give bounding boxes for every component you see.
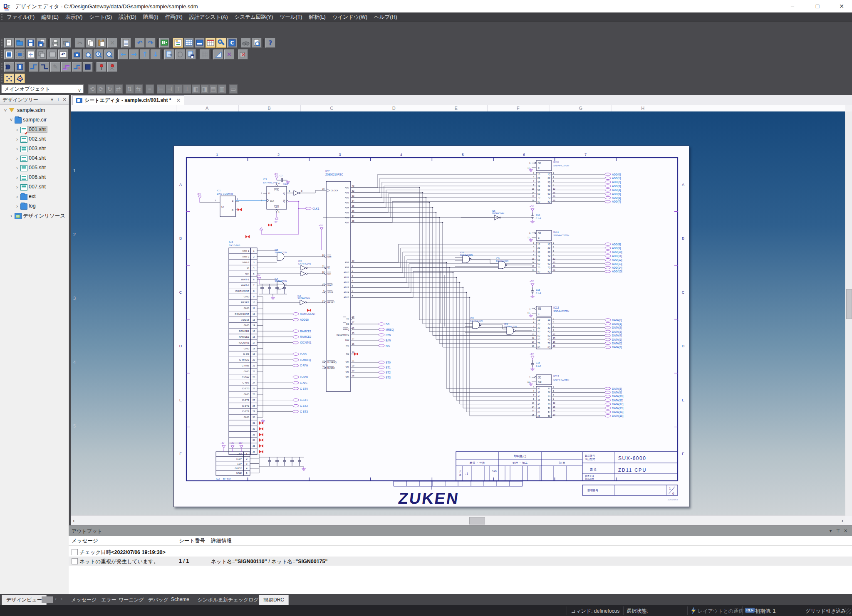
tab-close-icon[interactable]: ✕ <box>176 97 181 104</box>
tree-expander-icon[interactable]: › <box>15 175 19 181</box>
object-select-combo[interactable]: メインオブジェクト ∨ <box>1 84 84 93</box>
draw-bus-button[interactable] <box>61 62 71 72</box>
tree-expander-icon[interactable]: › <box>15 165 19 171</box>
grid-snap-settings-button[interactable] <box>15 74 25 84</box>
help-button[interactable]: ? <box>265 38 275 48</box>
redo-button[interactable]: ↷ <box>146 38 156 48</box>
undo-button[interactable]: ↶ <box>135 38 145 48</box>
snapshot-button[interactable] <box>72 49 82 59</box>
save-button[interactable] <box>26 38 36 48</box>
new-file-button[interactable] <box>4 38 14 48</box>
tab--[interactable]: メッセージ <box>71 596 97 604</box>
tree-expander-icon[interactable]: › <box>15 203 19 209</box>
find-button[interactable] <box>241 38 251 48</box>
sheet-editor-tab[interactable]: シートエディタ - sample.cir/001.sht * ✕ <box>72 95 184 105</box>
schematic-sheet[interactable]: 1234567AABBCCDDEEFFIC7Z0800210PSC30CLOCK… <box>173 146 689 507</box>
tree-item-log[interactable]: ›log <box>0 202 69 211</box>
tree-item-001-sht[interactable]: ›001.sht <box>0 125 69 135</box>
zoom-out-button[interactable]: − <box>104 49 114 59</box>
next-sheet-button[interactable]: → <box>164 49 174 59</box>
tree-expander-icon[interactable]: ˅ <box>3 108 7 114</box>
parts-list-button[interactable] <box>184 38 194 48</box>
tab-easy-drc[interactable]: 簡易DRC <box>259 595 289 605</box>
tree-expander-icon[interactable]: › <box>15 146 19 152</box>
schematic-canvas[interactable]: 123456 1234567AABBCCDDEEFFIC7Z0800210PSC… <box>71 111 845 516</box>
panel-close-icon[interactable]: ✕ <box>62 96 67 102</box>
tree-item-006-sht[interactable]: ›006.sht <box>0 173 69 183</box>
close-button[interactable]: ✕ <box>832 0 851 12</box>
checkbox[interactable] <box>72 558 78 564</box>
menu-f[interactable]: ファイル(F) <box>3 12 38 22</box>
menu-y[interactable]: システム回路(Y) <box>231 12 277 22</box>
tree-expander-icon[interactable]: › <box>15 136 19 142</box>
tree-expander-icon[interactable]: › <box>15 156 19 161</box>
tree-item-007-sht[interactable]: ›007.sht <box>0 183 69 192</box>
place-pin-button[interactable] <box>97 62 106 72</box>
tab--[interactable]: シンボル更新チェックログ <box>198 596 259 604</box>
tree-item-sample-cir[interactable]: ˅sample.cir <box>0 116 69 125</box>
tab-design-view[interactable]: デザインビュー <box>2 595 47 605</box>
zoom-extents-button[interactable]: ✛ <box>26 49 36 59</box>
overlap-windows-button[interactable] <box>37 49 47 59</box>
menu-d[interactable]: 設計(D) <box>115 12 139 22</box>
menu-l[interactable]: 解析(L) <box>306 12 329 22</box>
menu-e[interactable]: 編集(E) <box>38 12 62 22</box>
tree-item-ext[interactable]: ›ext <box>0 192 69 202</box>
menu-i[interactable]: 階層(I) <box>140 12 162 22</box>
delete-measure-button[interactable]: ✕ <box>224 49 234 59</box>
tab-scroll-right-icon[interactable]: › <box>61 596 62 602</box>
panel-close-icon[interactable]: ✕ <box>842 528 849 534</box>
design-tree-toggle-button[interactable] <box>173 38 183 48</box>
delete-button[interactable]: ✕ <box>107 38 117 48</box>
save-view-button[interactable] <box>186 49 196 59</box>
board-view-button[interactable] <box>159 38 169 48</box>
cut-button[interactable]: ✂ <box>75 38 85 48</box>
circuit-window-button[interactable]: C <box>227 38 237 48</box>
draw-line-button[interactable] <box>40 62 50 72</box>
menu-w[interactable]: ウインドウ(W) <box>329 12 371 22</box>
menu-v[interactable]: 表示(V) <box>62 12 86 22</box>
checkbox[interactable] <box>72 549 78 555</box>
maximize-button[interactable]: □ <box>808 0 827 12</box>
pan-left-button[interactable]: ← <box>118 49 128 59</box>
output-row-1[interactable]: チェック日時<2022/07/06 19:19:30> <box>69 547 852 557</box>
previous-view-button[interactable]: ↶ <box>58 49 68 59</box>
tree-expander-icon[interactable]: › <box>15 194 19 200</box>
horizontal-scrollbar[interactable]: ‹ › <box>71 515 845 525</box>
pan-right-button[interactable]: → <box>129 49 139 59</box>
draw-freehand-button[interactable]: ✎ <box>50 62 60 72</box>
menu-r[interactable]: 作画(R) <box>161 12 186 22</box>
fit-window-button[interactable] <box>4 49 14 59</box>
output-window-toggle-button[interactable] <box>195 38 205 48</box>
fit-selection-button[interactable] <box>15 49 25 59</box>
tab--[interactable]: デバッグ <box>148 596 168 604</box>
grid-toggle-button[interactable] <box>200 49 210 59</box>
menu-s[interactable]: シート(S) <box>86 12 115 22</box>
pin-icon[interactable]: ⊤ <box>835 528 841 534</box>
measure-button[interactable] <box>213 49 223 59</box>
place-gate-button[interactable] <box>4 62 14 72</box>
tree-item-004-sht[interactable]: ›004.sht <box>0 154 69 163</box>
grid-points-button[interactable] <box>4 74 14 84</box>
place-component-button[interactable] <box>15 62 25 72</box>
vertical-scrollbar[interactable] <box>845 111 852 516</box>
tree-item-005-sht[interactable]: ›005.sht <box>0 163 69 173</box>
tree-expander-icon[interactable]: › <box>15 127 19 133</box>
print-button[interactable] <box>50 38 60 48</box>
delete-marker-button[interactable]: ✕ <box>238 49 248 59</box>
tree-expander-icon[interactable]: › <box>15 184 19 190</box>
menu-a[interactable]: 設計アシスト(A) <box>186 12 231 22</box>
paste-button[interactable] <box>97 38 106 48</box>
tab-Scheme[interactable]: Scheme <box>171 596 189 602</box>
open-button[interactable] <box>15 38 25 48</box>
menu-t[interactable]: ツール(T) <box>276 12 305 22</box>
tree-expander-icon[interactable]: ˅ <box>9 117 13 123</box>
filled-rect-button[interactable] <box>83 62 93 72</box>
tree-item-sample-sdm[interactable]: ˅sample.sdm <box>0 106 69 116</box>
properties-button[interactable] <box>121 38 131 48</box>
search-sheet-button[interactable] <box>252 38 262 48</box>
output-row-2[interactable]: ネットの重複が発生しています。 1 / 1 ネット名="SIGN00110" /… <box>69 557 852 566</box>
copy-button[interactable] <box>86 38 96 48</box>
pan-down-button[interactable]: ↓ <box>151 49 161 59</box>
frame-view-button[interactable] <box>47 49 57 59</box>
